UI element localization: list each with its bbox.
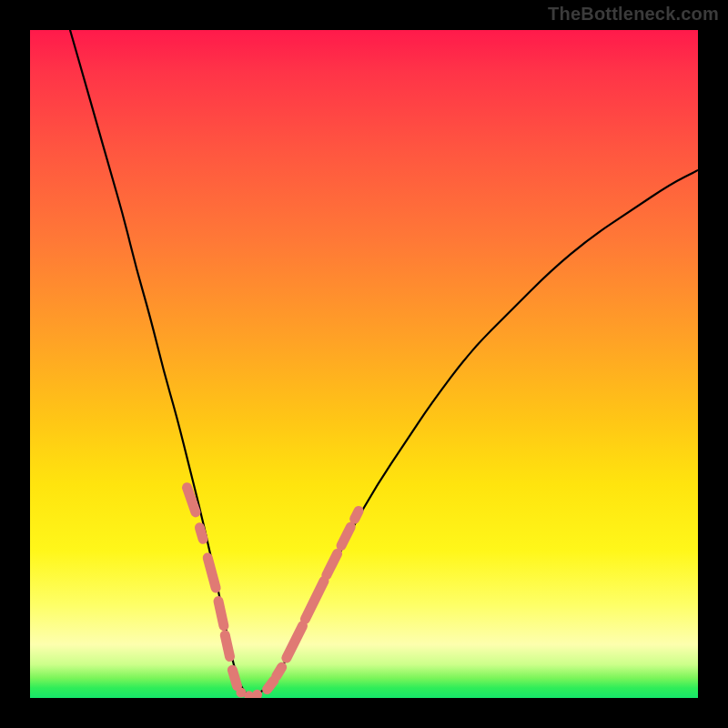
marker-segment (232, 670, 237, 686)
chart-stage: TheBottleneck.com (0, 0, 728, 728)
marker-segment (199, 528, 203, 540)
marker-segment (287, 626, 303, 658)
marker-segment (207, 558, 216, 588)
marker-segment (341, 527, 350, 546)
marker-segment (355, 511, 359, 520)
curve-layer (30, 30, 698, 698)
marker-segment (277, 667, 282, 676)
bottleneck-curve (70, 30, 698, 697)
marker-segment (187, 488, 197, 512)
marker-segment (225, 635, 229, 657)
marker-segment (218, 602, 224, 626)
watermark-text: TheBottleneck.com (548, 4, 719, 25)
marker-segment (268, 681, 274, 690)
plot-area (30, 30, 698, 698)
marker-group (187, 488, 359, 698)
marker-segment (305, 581, 324, 620)
marker-segment (327, 554, 338, 575)
